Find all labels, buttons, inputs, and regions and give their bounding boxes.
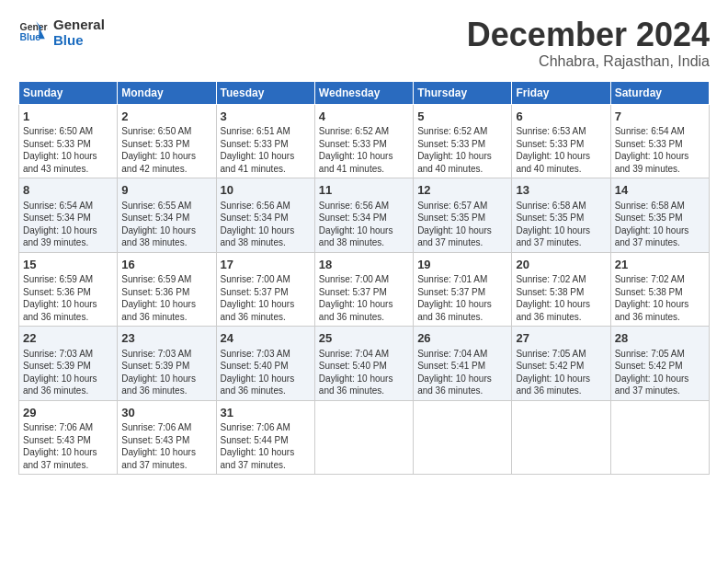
table-row: 23 Sunrise: 7:03 AM Sunset: 5:39 PM Dayl… bbox=[118, 327, 216, 401]
header: General Blue General Blue December 2024 … bbox=[18, 17, 710, 70]
page-container: General Blue General Blue December 2024 … bbox=[0, 0, 728, 484]
location-subtitle: Chhabra, Rajasthan, India bbox=[467, 53, 710, 70]
table-row: 31 Sunrise: 7:06 AM Sunset: 5:44 PM Dayl… bbox=[216, 400, 314, 475]
table-row: 8 Sunrise: 6:54 AM Sunset: 5:34 PM Dayli… bbox=[19, 178, 118, 253]
logo-icon: General Blue bbox=[18, 19, 48, 45]
calendar-row: 15 Sunrise: 6:59 AM Sunset: 5:36 PM Dayl… bbox=[19, 252, 710, 327]
calendar-row: 8 Sunrise: 6:54 AM Sunset: 5:34 PM Dayli… bbox=[19, 178, 710, 253]
table-row: 22 Sunrise: 7:03 AM Sunset: 5:39 PM Dayl… bbox=[19, 327, 118, 401]
table-row: 11 Sunrise: 6:56 AM Sunset: 5:34 PM Dayl… bbox=[314, 178, 413, 253]
table-row: 20 Sunrise: 7:02 AM Sunset: 5:38 PM Dayl… bbox=[512, 252, 610, 327]
table-row: 30 Sunrise: 7:06 AM Sunset: 5:43 PM Dayl… bbox=[118, 400, 216, 475]
table-row: 15 Sunrise: 6:59 AM Sunset: 5:36 PM Dayl… bbox=[19, 252, 118, 327]
table-row: 7 Sunrise: 6:54 AM Sunset: 5:33 PM Dayli… bbox=[610, 104, 709, 178]
table-row: 10 Sunrise: 6:56 AM Sunset: 5:34 PM Dayl… bbox=[216, 178, 314, 253]
col-friday: Friday bbox=[512, 81, 610, 104]
table-row: 24 Sunrise: 7:03 AM Sunset: 5:40 PM Dayl… bbox=[216, 327, 314, 401]
table-row: 13 Sunrise: 6:58 AM Sunset: 5:35 PM Dayl… bbox=[512, 178, 610, 253]
table-row: 14 Sunrise: 6:58 AM Sunset: 5:35 PM Dayl… bbox=[610, 178, 709, 253]
logo: General Blue General Blue bbox=[18, 17, 105, 49]
title-block: December 2024 Chhabra, Rajasthan, India bbox=[467, 17, 710, 70]
calendar-table: Sunday Monday Tuesday Wednesday Thursday… bbox=[18, 81, 710, 476]
logo-blue: Blue bbox=[53, 32, 105, 48]
logo-general: General bbox=[53, 17, 105, 32]
calendar-row: 29 Sunrise: 7:06 AM Sunset: 5:43 PM Dayl… bbox=[19, 400, 710, 475]
table-row: 17 Sunrise: 7:00 AM Sunset: 5:37 PM Dayl… bbox=[216, 252, 314, 327]
col-tuesday: Tuesday bbox=[216, 81, 314, 104]
empty-cell bbox=[314, 400, 413, 475]
col-wednesday: Wednesday bbox=[314, 81, 413, 104]
calendar-row: 1 Sunrise: 6:50 AM Sunset: 5:33 PM Dayli… bbox=[19, 104, 710, 178]
empty-cell bbox=[610, 400, 709, 475]
table-row: 3 Sunrise: 6:51 AM Sunset: 5:33 PM Dayli… bbox=[216, 104, 314, 178]
calendar-row: 22 Sunrise: 7:03 AM Sunset: 5:39 PM Dayl… bbox=[19, 327, 710, 401]
empty-cell bbox=[512, 400, 610, 475]
col-thursday: Thursday bbox=[414, 81, 512, 104]
table-row: 29 Sunrise: 7:06 AM Sunset: 5:43 PM Dayl… bbox=[19, 400, 118, 475]
empty-cell bbox=[414, 400, 512, 475]
col-sunday: Sunday bbox=[19, 81, 118, 104]
svg-text:Blue: Blue bbox=[20, 32, 41, 42]
table-row: 18 Sunrise: 7:00 AM Sunset: 5:37 PM Dayl… bbox=[314, 252, 413, 327]
calendar-header-row: Sunday Monday Tuesday Wednesday Thursday… bbox=[19, 81, 710, 104]
table-row: 16 Sunrise: 6:59 AM Sunset: 5:36 PM Dayl… bbox=[118, 252, 216, 327]
table-row: 25 Sunrise: 7:04 AM Sunset: 5:40 PM Dayl… bbox=[314, 327, 413, 401]
table-row: 6 Sunrise: 6:53 AM Sunset: 5:33 PM Dayli… bbox=[512, 104, 610, 178]
table-row: 19 Sunrise: 7:01 AM Sunset: 5:37 PM Dayl… bbox=[414, 252, 512, 327]
table-row: 5 Sunrise: 6:52 AM Sunset: 5:33 PM Dayli… bbox=[414, 104, 512, 178]
table-row: 9 Sunrise: 6:55 AM Sunset: 5:34 PM Dayli… bbox=[118, 178, 216, 253]
table-row: 12 Sunrise: 6:57 AM Sunset: 5:35 PM Dayl… bbox=[414, 178, 512, 253]
col-monday: Monday bbox=[118, 81, 216, 104]
svg-text:General: General bbox=[20, 22, 48, 32]
col-saturday: Saturday bbox=[610, 81, 709, 104]
table-row: 21 Sunrise: 7:02 AM Sunset: 5:38 PM Dayl… bbox=[610, 252, 709, 327]
table-row: 26 Sunrise: 7:04 AM Sunset: 5:41 PM Dayl… bbox=[414, 327, 512, 401]
table-row: 1 Sunrise: 6:50 AM Sunset: 5:33 PM Dayli… bbox=[19, 104, 118, 178]
table-row: 4 Sunrise: 6:52 AM Sunset: 5:33 PM Dayli… bbox=[314, 104, 413, 178]
table-row: 27 Sunrise: 7:05 AM Sunset: 5:42 PM Dayl… bbox=[512, 327, 610, 401]
table-row: 28 Sunrise: 7:05 AM Sunset: 5:42 PM Dayl… bbox=[610, 327, 709, 401]
month-title: December 2024 bbox=[467, 17, 710, 53]
table-row: 2 Sunrise: 6:50 AM Sunset: 5:33 PM Dayli… bbox=[118, 104, 216, 178]
